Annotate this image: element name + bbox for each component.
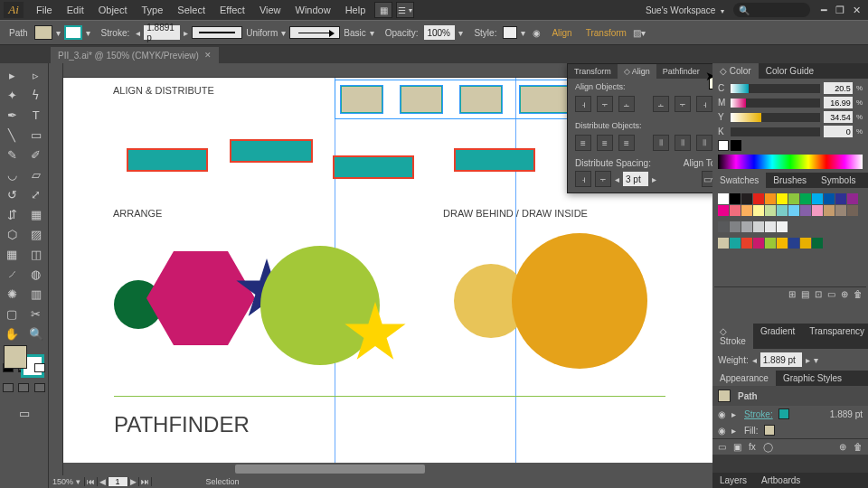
tab-stroke[interactable]: ◇ Stroke xyxy=(712,324,753,349)
menu-window[interactable]: Window xyxy=(288,2,338,18)
weight-step-up[interactable]: ▸ xyxy=(806,355,810,365)
symbol-sprayer-tool[interactable]: ✺ xyxy=(0,284,24,304)
align-right-icon[interactable]: ⫠ xyxy=(618,96,635,112)
brush-def[interactable] xyxy=(289,26,340,39)
distribute-hcenter-icon[interactable]: ⦀ xyxy=(675,135,691,151)
tab-brushes[interactable]: Brushes xyxy=(766,173,814,188)
swatch[interactable] xyxy=(730,238,741,249)
distribute-bottom-icon[interactable]: ≡ xyxy=(618,135,635,151)
shape-rect[interactable] xyxy=(401,86,442,113)
swatch[interactable] xyxy=(753,205,764,216)
swatch[interactable] xyxy=(741,221,752,232)
shape-rect[interactable] xyxy=(460,86,502,113)
stroke-row-label[interactable]: Stroke: xyxy=(744,409,773,419)
selection-bounding-box[interactable] xyxy=(335,80,580,119)
tab-artboards[interactable]: Artboards xyxy=(754,473,807,488)
color-spectrum[interactable] xyxy=(718,155,863,169)
swatch-lib-icon[interactable]: ⊞ xyxy=(788,289,796,299)
menu-object[interactable]: Object xyxy=(91,2,135,18)
weight-dropdown[interactable]: ▾ xyxy=(814,355,818,365)
tab-graphic-styles[interactable]: Graphic Styles xyxy=(776,371,849,386)
align-top-icon[interactable]: ⫠ xyxy=(653,96,669,112)
menu-select[interactable]: Select xyxy=(170,2,212,18)
type-tool[interactable]: T xyxy=(24,105,49,125)
draw-inside-icon[interactable] xyxy=(34,383,45,392)
add-effect-icon[interactable]: fx xyxy=(749,442,756,452)
swatch[interactable] xyxy=(730,205,741,216)
swatch[interactable] xyxy=(765,193,776,204)
color-value[interactable]: 16.99 xyxy=(824,97,853,108)
close-button[interactable]: ✕ xyxy=(848,4,864,16)
document-tab[interactable]: PII_3.ai* @ 150% (CMYK/Preview) ✕ xyxy=(51,47,219,63)
distribute-hspace-icon[interactable]: ⫟ xyxy=(595,171,611,187)
tab-gradient[interactable]: Gradient xyxy=(753,324,802,349)
spacing-step-down[interactable]: ◂ xyxy=(615,174,619,184)
tab-transparency[interactable]: Transparency xyxy=(802,324,868,349)
direct-selection-tool[interactable]: ▹ xyxy=(24,65,49,85)
new-group-icon[interactable]: ▭ xyxy=(827,289,835,299)
color-value[interactable]: 20.5 xyxy=(824,82,853,94)
first-artboard-icon[interactable]: ⏮ xyxy=(85,477,98,486)
swatch[interactable] xyxy=(753,193,764,204)
stroke-profile[interactable] xyxy=(192,26,242,39)
align-vcenter-icon[interactable]: ⫟ xyxy=(675,96,691,112)
arrange-docs-icon[interactable]: ▦ xyxy=(374,2,392,18)
eyedropper-tool[interactable]: ⟋ xyxy=(0,264,24,284)
last-artboard-icon[interactable]: ⏭ xyxy=(139,477,152,486)
color-value[interactable]: 34.54 xyxy=(824,111,853,123)
color-slider[interactable] xyxy=(731,99,820,108)
swatch[interactable] xyxy=(753,221,764,232)
align-left-icon[interactable]: ⫞ xyxy=(575,96,591,112)
swatch[interactable] xyxy=(824,193,835,204)
hand-tool[interactable]: ✋ xyxy=(0,324,24,343)
swatch[interactable] xyxy=(765,221,776,232)
shape-hexagon[interactable] xyxy=(146,251,255,345)
blend-tool[interactable]: ◍ xyxy=(24,264,49,284)
stroke-weight-input[interactable]: 1.8891 p xyxy=(144,25,180,40)
fill-stroke-proxy[interactable] xyxy=(0,343,48,380)
minimize-button[interactable]: ━ xyxy=(816,4,832,16)
swatch[interactable] xyxy=(800,193,811,204)
black-swatch[interactable] xyxy=(731,140,741,151)
shape-rect[interactable] xyxy=(341,86,382,113)
stroke-step-up[interactable]: ▸ xyxy=(184,28,188,38)
mesh-tool[interactable]: ▦ xyxy=(0,244,24,264)
distribute-right-icon[interactable]: ⦀ xyxy=(696,135,712,151)
selection-tool[interactable]: ▸ xyxy=(0,65,24,85)
graph-tool[interactable]: ▥ xyxy=(24,284,49,304)
align-hcenter-icon[interactable]: ⫟ xyxy=(597,96,613,112)
tab-symbols[interactable]: Symbols xyxy=(814,173,863,188)
line-tool[interactable]: ╲ xyxy=(0,125,24,145)
isolate-icon[interactable]: ▨▾ xyxy=(633,28,646,38)
swatch[interactable] xyxy=(788,238,799,249)
swatch[interactable] xyxy=(718,193,729,204)
align-bottom-icon[interactable]: ⫞ xyxy=(696,96,712,112)
pencil-tool[interactable]: ✐ xyxy=(24,145,49,164)
eraser-tool[interactable]: ▱ xyxy=(24,164,49,184)
menu-file[interactable]: File xyxy=(29,2,60,18)
distribute-top-icon[interactable]: ≡ xyxy=(575,135,591,151)
distribute-left-icon[interactable]: ⦀ xyxy=(653,135,669,151)
swatch[interactable] xyxy=(847,205,858,216)
tab-appearance[interactable]: Appearance xyxy=(712,371,776,386)
shape-builder-tool[interactable]: ⬡ xyxy=(0,224,24,244)
paintbrush-tool[interactable]: ✎ xyxy=(0,145,24,164)
magic-wand-tool[interactable]: ✦ xyxy=(0,85,24,105)
style-swatch[interactable] xyxy=(503,26,517,39)
shape-rect[interactable] xyxy=(127,148,208,172)
swatch[interactable] xyxy=(741,193,752,204)
swatch[interactable] xyxy=(730,193,741,204)
color-value[interactable]: 0 xyxy=(824,126,853,137)
shape-rect[interactable] xyxy=(230,139,313,163)
width-tool[interactable]: ⇵ xyxy=(0,204,24,224)
screen-mode-icon[interactable]: ▭ xyxy=(0,403,48,423)
swatch[interactable] xyxy=(777,238,788,249)
swatch[interactable] xyxy=(835,193,846,204)
distribute-vcenter-icon[interactable]: ≡ xyxy=(597,135,613,151)
spacing-step-up[interactable]: ▸ xyxy=(652,174,656,184)
shape-rect[interactable] xyxy=(520,86,574,113)
duplicate-icon[interactable]: ⊕ xyxy=(839,442,846,452)
delete-icon[interactable]: 🗑 xyxy=(854,442,863,452)
tab-align[interactable]: ◇ Align xyxy=(618,64,656,79)
zoom-level[interactable]: 150% ▾ xyxy=(49,477,85,486)
